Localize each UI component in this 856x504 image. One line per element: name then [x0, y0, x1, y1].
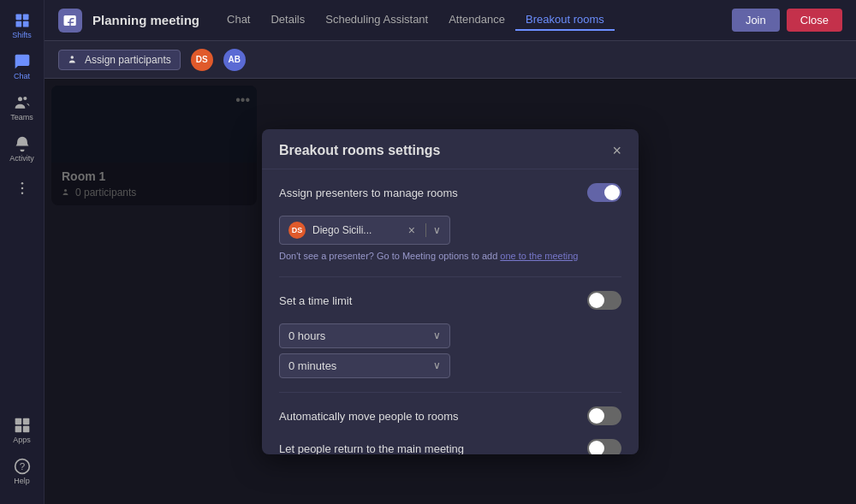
let-return-label: Let people return to the main meeting	[279, 439, 574, 454]
presenter-section: DS Diego Sicili... × ∨ Don't see a prese…	[279, 216, 621, 263]
warning-link[interactable]: one to the meeting	[500, 251, 578, 261]
time-dropdowns: 0 hours ∨ 0 minutes ∨	[279, 323, 621, 378]
sidebar: Shifts Chat Teams Activity Apps ? Help	[0, 0, 45, 504]
header: Planning meeting Chat Details Scheduling…	[45, 0, 856, 41]
assign-presenters-toggle[interactable]	[587, 183, 621, 202]
auto-move-toggle[interactable]	[587, 406, 621, 425]
divider-1	[279, 276, 621, 277]
svg-rect-2	[15, 21, 21, 27]
avatar-2: AB	[223, 49, 246, 71]
tab-breakout[interactable]: Breakout rooms	[515, 9, 615, 31]
presenter-remove-button[interactable]: ×	[408, 223, 415, 237]
hours-dropdown[interactable]: 0 hours ∨	[279, 323, 450, 348]
modal-overlay: Breakout rooms settings × Assign present…	[45, 79, 856, 504]
presenter-avatar: DS	[288, 222, 306, 239]
modal-body: Assign presenters to manage rooms DS Die…	[262, 169, 639, 454]
auto-move-setting: Automatically move people to rooms	[279, 406, 621, 425]
presenter-chevron-icon: ∨	[433, 224, 441, 236]
sidebar-item-help[interactable]: ? Help	[3, 453, 41, 490]
sidebar-bottom: Apps ? Help	[3, 412, 41, 497]
sidebar-item-teams[interactable]: Teams	[3, 89, 41, 127]
modal-header: Breakout rooms settings ×	[262, 129, 639, 169]
toggle-knob-return	[589, 441, 604, 454]
time-limit-label: Set a time limit	[279, 291, 574, 307]
divider-line	[425, 223, 426, 237]
time-limit-setting: Set a time limit	[279, 291, 621, 310]
hours-chevron-icon: ∨	[433, 329, 441, 341]
assign-presenters-label: Assign presenters to manage rooms	[279, 183, 574, 199]
sidebar-item-chat[interactable]: Chat	[3, 48, 41, 86]
sidebar-item-apps[interactable]: Apps	[3, 412, 41, 449]
tab-details[interactable]: Details	[260, 9, 315, 31]
svg-rect-12	[22, 426, 29, 433]
sub-header: Assign participants DS AB	[45, 41, 856, 79]
toggle-knob-time	[589, 293, 604, 308]
main-area: Planning meeting Chat Details Scheduling…	[45, 0, 856, 504]
app-logo	[58, 9, 82, 33]
modal-title: Breakout rooms settings	[279, 143, 440, 158]
svg-point-8	[21, 193, 23, 195]
svg-rect-1	[22, 15, 28, 21]
svg-point-15	[71, 56, 74, 59]
svg-point-6	[21, 182, 23, 185]
minutes-chevron-icon: ∨	[433, 359, 441, 371]
svg-rect-11	[15, 426, 21, 433]
let-return-setting: Let people return to the main meeting	[279, 439, 621, 454]
svg-rect-9	[15, 418, 21, 425]
content-area: ••• Room 1 0 participants Breakout rooms…	[45, 79, 856, 504]
svg-rect-0	[15, 15, 21, 21]
tab-scheduling[interactable]: Scheduling Assistant	[315, 9, 438, 31]
svg-rect-3	[22, 21, 28, 27]
toggle-knob	[604, 185, 620, 200]
header-tabs: Chat Details Scheduling Assistant Attend…	[217, 9, 615, 31]
sidebar-item-activity[interactable]: Activity	[3, 130, 41, 168]
presenter-dropdown[interactable]: DS Diego Sicili... × ∨	[279, 216, 450, 245]
breakout-settings-modal: Breakout rooms settings × Assign present…	[262, 129, 639, 454]
auto-move-label: Automatically move people to rooms	[279, 406, 574, 423]
join-button[interactable]: Join	[732, 9, 780, 32]
modal-close-button[interactable]: ×	[612, 143, 621, 158]
svg-rect-10	[22, 418, 29, 425]
tab-attendance[interactable]: Attendance	[438, 9, 515, 31]
presenter-warning: Don't see a presenter? Go to Meeting opt…	[279, 250, 621, 263]
assign-presenters-setting: Assign presenters to manage rooms	[279, 183, 621, 202]
presenter-name: Diego Sicili...	[312, 224, 401, 236]
svg-point-4	[18, 97, 22, 101]
close-button[interactable]: Close	[787, 9, 842, 32]
assign-participants-button[interactable]: Assign participants	[58, 50, 181, 70]
toggle-knob-auto	[589, 408, 604, 424]
svg-point-7	[21, 187, 23, 190]
time-limit-toggle[interactable]	[587, 291, 621, 310]
let-return-toggle[interactable]	[587, 439, 621, 454]
avatar-1: DS	[191, 49, 213, 71]
divider-2	[279, 392, 621, 393]
sidebar-more-button[interactable]	[9, 175, 36, 202]
tab-chat[interactable]: Chat	[217, 9, 260, 31]
sidebar-item-shifts[interactable]: Shifts	[3, 7, 41, 44]
minutes-dropdown[interactable]: 0 minutes ∨	[279, 353, 450, 378]
svg-text:?: ?	[19, 460, 25, 471]
header-actions: Join Close	[732, 9, 842, 32]
svg-point-5	[23, 97, 27, 100]
meeting-title: Planning meeting	[92, 13, 199, 27]
